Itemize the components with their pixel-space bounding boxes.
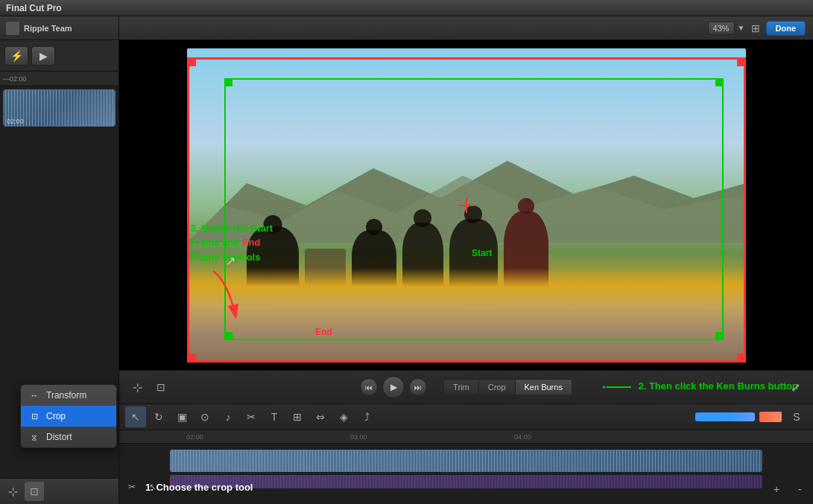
tool-select[interactable]: ⊹ bbox=[127, 377, 148, 398]
zoom-arrow: ▼ bbox=[738, 24, 745, 32]
menu-transform-label: Transform bbox=[46, 390, 86, 401]
transform-icon: ↔ bbox=[28, 389, 40, 401]
zoom-control: 43% ▼ ⊞ bbox=[708, 22, 760, 35]
time-label: —02:00 bbox=[3, 75, 27, 83]
video-track[interactable] bbox=[170, 450, 762, 472]
right-panel: 43% ▼ ⊞ Done bbox=[119, 16, 813, 504]
menu-crop-label: Crop bbox=[46, 411, 66, 421]
project-name: Ripple Team bbox=[24, 24, 72, 33]
toolbar-left: ⚡ ▶ bbox=[0, 40, 118, 71]
menu-item-transform[interactable]: ↔ Transform bbox=[21, 385, 116, 406]
tool-rotate[interactable]: ↻ bbox=[148, 406, 169, 427]
tool-music[interactable]: ♪ bbox=[218, 406, 238, 427]
project-header: Ripple Team bbox=[0, 16, 118, 40]
crop-tool[interactable]: ⊡ bbox=[25, 482, 44, 501]
distort-icon: ⧖ bbox=[28, 431, 40, 443]
tool-text[interactable]: T bbox=[264, 406, 285, 427]
video-background bbox=[187, 48, 746, 363]
menu-item-distort[interactable]: ⧖ Distort bbox=[21, 427, 116, 447]
expand-button[interactable]: ⤢ bbox=[785, 377, 806, 398]
audio-track[interactable] bbox=[170, 475, 762, 488]
step2-text: 2. Then click the Ken Burns button bbox=[638, 380, 798, 392]
timeline-bottom: 02:00 03:00 04:00 ✂ ↖ + bbox=[119, 430, 813, 504]
zoom-dropdown[interactable]: 43% bbox=[708, 22, 735, 35]
effect-tabs: Trim Crop Ken Burns bbox=[443, 379, 572, 395]
viewer-header: 43% ▼ ⊞ Done bbox=[119, 16, 813, 40]
done-button[interactable]: Done bbox=[766, 21, 806, 36]
start-label: Start bbox=[472, 248, 492, 258]
app-title: Final Cut Pro bbox=[6, 3, 62, 13]
tool-video[interactable]: ▣ bbox=[171, 406, 192, 427]
tool-scissors[interactable]: ✂ bbox=[241, 406, 262, 427]
ripple-button[interactable]: ⚡ bbox=[4, 46, 28, 66]
tool-blend[interactable]: ◈ bbox=[333, 406, 354, 427]
audio-slider[interactable] bbox=[695, 412, 755, 421]
select-tool[interactable]: ⊹ bbox=[3, 482, 22, 501]
film-icon bbox=[6, 22, 19, 35]
rewind-button[interactable]: ⏮ bbox=[360, 378, 378, 396]
timeline-ruler: 02:00 03:00 04:00 bbox=[119, 430, 813, 444]
tool-share[interactable]: ⤴ bbox=[356, 406, 377, 427]
audio-peak bbox=[759, 412, 782, 422]
titlebar: Final Cut Pro bbox=[0, 0, 813, 16]
blade-tool[interactable]: ✂ bbox=[122, 477, 142, 497]
tool-camera[interactable]: ⊙ bbox=[194, 406, 215, 427]
audio-controls: S bbox=[695, 406, 807, 427]
icon-toolbar: ↖ ↻ ▣ ⊙ ♪ ✂ T ⊞ ⇔ ◈ ⤴ S bbox=[119, 403, 813, 430]
zoom-out[interactable]: - bbox=[789, 479, 810, 500]
tool-transform2[interactable]: ⇔ bbox=[310, 406, 331, 427]
tool-crop-viewer[interactable]: ⊡ bbox=[151, 377, 171, 398]
menu-distort-label: Distort bbox=[46, 432, 72, 442]
main-container: Ripple Team ⚡ ▶ —02:00 02:00 ⊹ ⊡ ↔ bbox=[0, 16, 813, 504]
end-label: End bbox=[315, 327, 332, 337]
step1-annotation: 1. Choose the crop tool bbox=[145, 482, 253, 493]
video-viewer: Start End 3. Notice the StartFrame and E… bbox=[119, 40, 813, 370]
viewer-controls: ⊹ ⊡ ⏮ ▶ ⏭ Trim Crop Ken Burns bbox=[119, 370, 813, 403]
time-3: 03:00 bbox=[350, 433, 367, 441]
crop-icon: ⊡ bbox=[28, 410, 40, 422]
video-content: Start End 3. Notice the StartFrame and E… bbox=[187, 48, 746, 363]
mute-button[interactable]: S bbox=[786, 406, 807, 427]
timeline-track[interactable]: 02:00 bbox=[3, 89, 116, 127]
step2-annotation: 2. Then click the Ken Burns button bbox=[603, 376, 798, 398]
tab-ken-burns[interactable]: Ken Burns bbox=[516, 380, 572, 395]
tool-pointer[interactable]: ↖ bbox=[125, 406, 146, 427]
grass-foreground bbox=[187, 268, 746, 363]
zoom-expand: ⊞ bbox=[751, 22, 760, 34]
left-tools: ⊹ ⊡ bbox=[127, 377, 171, 398]
play-pause-button[interactable]: ▶ bbox=[382, 376, 405, 398]
time-start: 02:00 bbox=[7, 118, 24, 125]
tool-icons-row: + - bbox=[766, 479, 810, 500]
time-2: 02:00 bbox=[186, 433, 203, 441]
crop-menu: ↔ Transform ⊡ Crop ⧖ Distort bbox=[20, 384, 117, 448]
forward-button[interactable]: ⏭ bbox=[409, 378, 427, 396]
play-button[interactable]: ▶ bbox=[31, 46, 55, 66]
menu-item-crop[interactable]: ⊡ Crop bbox=[21, 406, 116, 427]
zoom-in[interactable]: + bbox=[766, 479, 787, 500]
tool-grid[interactable]: ⊞ bbox=[287, 406, 308, 427]
bottom-toolbar: ⊹ ⊡ bbox=[0, 478, 118, 504]
time-4: 04:00 bbox=[514, 433, 531, 441]
left-panel: Ripple Team ⚡ ▶ —02:00 02:00 ⊹ ⊡ ↔ bbox=[0, 16, 119, 504]
tab-trim[interactable]: Trim bbox=[444, 380, 479, 395]
tab-crop[interactable]: Crop bbox=[479, 380, 516, 395]
time-ruler: —02:00 bbox=[0, 71, 118, 86]
